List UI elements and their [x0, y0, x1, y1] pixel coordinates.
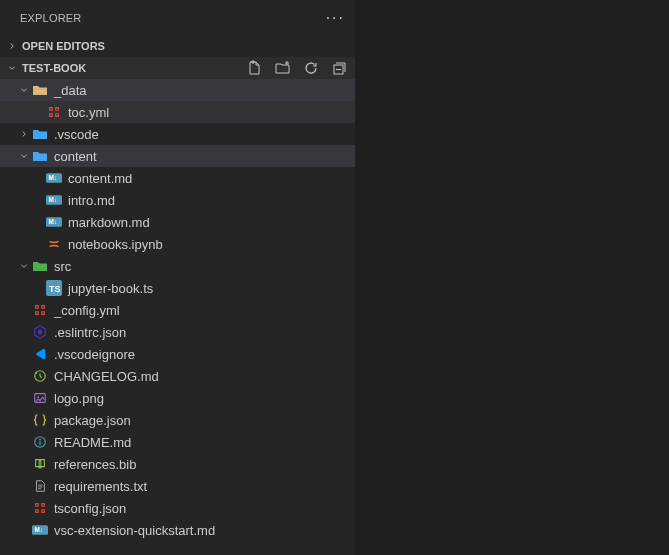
item-label: tsconfig.json	[54, 501, 126, 516]
open-editors-section[interactable]: Open Editors	[0, 35, 355, 57]
svg-point-9	[38, 330, 42, 334]
txt-icon	[32, 478, 48, 494]
yml-icon	[32, 500, 48, 516]
open-editors-label: Open Editors	[22, 40, 105, 52]
item-label: _data	[54, 83, 87, 98]
svg-text:M↓: M↓	[48, 196, 57, 203]
project-section[interactable]: TEST-BOOK	[0, 57, 355, 79]
item-label: markdown.md	[68, 215, 150, 230]
item-label: content.md	[68, 171, 132, 186]
folder_blue-icon	[32, 148, 48, 164]
md-icon: M↓	[46, 170, 62, 186]
file-row[interactable]: notebooks.ipynb	[0, 233, 355, 255]
file-row[interactable]: M↓vsc-extension-quickstart.md	[0, 519, 355, 541]
folder-row[interactable]: .vscode	[0, 123, 355, 145]
svg-text:M↓: M↓	[48, 174, 57, 181]
bib-icon	[32, 456, 48, 472]
file-row[interactable]: toc.yml	[0, 101, 355, 123]
item-label: src	[54, 259, 71, 274]
chevron-down-icon	[4, 63, 20, 73]
file-row[interactable]: README.md	[0, 431, 355, 453]
image-icon	[32, 390, 48, 406]
new-folder-icon[interactable]	[275, 60, 291, 76]
file-row[interactable]: references.bib	[0, 453, 355, 475]
chevron-down-icon[interactable]	[16, 261, 32, 271]
new-file-icon[interactable]	[247, 60, 263, 76]
file-row[interactable]: CHANGELOG.md	[0, 365, 355, 387]
item-label: requirements.txt	[54, 479, 147, 494]
item-label: .vscode	[54, 127, 99, 142]
jupyter-icon	[46, 236, 62, 252]
item-label: .vscodeignore	[54, 347, 135, 362]
folder_yellow-icon	[32, 82, 48, 98]
file-row[interactable]: TSjupyter-book.ts	[0, 277, 355, 299]
chevron-down-icon[interactable]	[16, 151, 32, 161]
svg-point-14	[39, 439, 41, 441]
svg-text:M↓: M↓	[34, 526, 43, 533]
refresh-icon[interactable]	[303, 60, 319, 76]
md-icon: M↓	[46, 214, 62, 230]
item-label: logo.png	[54, 391, 104, 406]
item-label: vsc-extension-quickstart.md	[54, 523, 215, 538]
panel-title: Explorer	[20, 12, 82, 24]
folder_green-icon	[32, 258, 48, 274]
item-label: content	[54, 149, 97, 164]
file-row[interactable]: tsconfig.json	[0, 497, 355, 519]
folder-row[interactable]: _data	[0, 79, 355, 101]
file-row[interactable]: package.json	[0, 409, 355, 431]
json-icon	[32, 412, 48, 428]
editor-area	[356, 0, 669, 555]
item-label: toc.yml	[68, 105, 109, 120]
folder-row[interactable]: content	[0, 145, 355, 167]
folder-row[interactable]: src	[0, 255, 355, 277]
folder_blue-icon	[32, 126, 48, 142]
item-label: jupyter-book.ts	[68, 281, 153, 296]
item-label: intro.md	[68, 193, 115, 208]
svg-point-12	[37, 396, 39, 398]
collapse-all-icon[interactable]	[331, 60, 347, 76]
file-row[interactable]: _config.yml	[0, 299, 355, 321]
svg-text:TS: TS	[49, 284, 61, 294]
svg-rect-15	[39, 441, 40, 445]
yml-icon	[46, 104, 62, 120]
ts-icon: TS	[46, 280, 62, 296]
more-actions-icon[interactable]: ···	[326, 9, 345, 27]
md-icon: M↓	[32, 522, 48, 538]
file-row[interactable]: .eslintrc.json	[0, 321, 355, 343]
changelog-icon	[32, 368, 48, 384]
item-label: .eslintrc.json	[54, 325, 126, 340]
panel-header: Explorer ···	[0, 0, 355, 35]
explorer-sidebar: Explorer ··· Open Editors TEST-BOOK	[0, 0, 356, 555]
vscode-icon	[32, 346, 48, 362]
eslint-icon	[32, 324, 48, 340]
item-label: _config.yml	[54, 303, 120, 318]
chevron-down-icon[interactable]	[16, 85, 32, 95]
file-row[interactable]: M↓intro.md	[0, 189, 355, 211]
project-label: TEST-BOOK	[22, 62, 86, 74]
svg-text:M↓: M↓	[48, 218, 57, 225]
file-row[interactable]: requirements.txt	[0, 475, 355, 497]
item-label: package.json	[54, 413, 131, 428]
item-label: notebooks.ipynb	[68, 237, 163, 252]
chevron-right-icon[interactable]	[16, 129, 32, 139]
file-tree: _datatoc.yml.vscodecontentM↓content.mdM↓…	[0, 79, 355, 555]
item-label: references.bib	[54, 457, 136, 472]
yml-icon	[32, 302, 48, 318]
file-row[interactable]: M↓markdown.md	[0, 211, 355, 233]
md-icon: M↓	[46, 192, 62, 208]
project-actions	[247, 60, 347, 76]
chevron-right-icon	[4, 41, 20, 51]
file-row[interactable]: M↓content.md	[0, 167, 355, 189]
file-row[interactable]: logo.png	[0, 387, 355, 409]
file-row[interactable]: .vscodeignore	[0, 343, 355, 365]
item-label: CHANGELOG.md	[54, 369, 159, 384]
item-label: README.md	[54, 435, 131, 450]
info-icon	[32, 434, 48, 450]
